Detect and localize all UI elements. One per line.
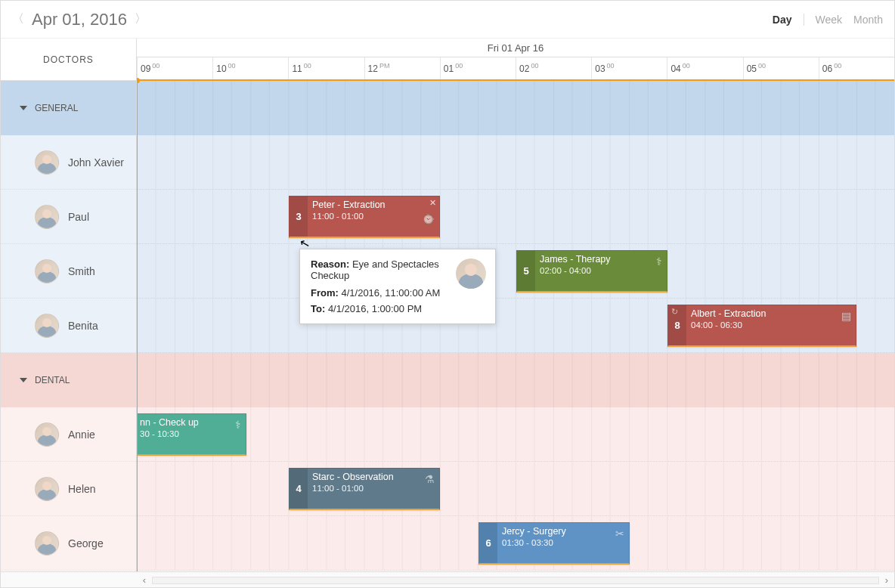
resource-name: George xyxy=(68,537,104,549)
appointment-type-icon: ⚕ xyxy=(656,255,662,268)
appointment-type-icon: ▤ xyxy=(841,310,851,322)
appointment-title: Peter - Extraction xyxy=(312,200,433,210)
appointment-time: 11:00 - 01:00 xyxy=(312,212,433,221)
current-time-line xyxy=(137,81,138,571)
main-grid: DOCTORS GENERAL John Xavier Paul Smith B… xyxy=(1,39,894,571)
view-day[interactable]: Day xyxy=(773,14,804,26)
hour-cell: 12PM xyxy=(364,57,440,79)
appointment-checkup[interactable]: nn - Check up 30 - 10:30 ⚕ xyxy=(137,413,246,456)
resource-name: Smith xyxy=(68,265,95,277)
group-header-general[interactable]: GENERAL xyxy=(1,81,136,135)
grid-row xyxy=(137,407,894,462)
view-switcher: Day Week Month xyxy=(773,14,883,26)
day-header: Fri 01 Apr 16 xyxy=(137,39,894,57)
appointment-title: James - Therapy xyxy=(540,254,661,265)
hour-cell: 0100 xyxy=(440,57,516,79)
prev-date-icon[interactable]: 〈 xyxy=(12,11,24,27)
appointment-time: 30 - 10:30 xyxy=(140,429,240,438)
time-header: Fri 01 Apr 16 0900 1000 1100 12PM 0100 0… xyxy=(137,39,894,81)
sidebar-title: DOCTORS xyxy=(1,39,136,81)
appointment-james[interactable]: 5 James - Therapy 02:00 - 04:00 ⚕ xyxy=(516,250,667,292)
resource-name: Paul xyxy=(68,211,89,223)
appointment-type-icon: ⚗ xyxy=(425,473,435,485)
tooltip-reason-label: Reason: xyxy=(311,258,349,270)
horizontal-scrollbar[interactable]: ‹ › xyxy=(1,571,894,588)
tooltip-from-label: From: xyxy=(311,287,339,299)
date-nav: 〈 Apr 01, 2016 〉 xyxy=(12,10,147,29)
avatar xyxy=(35,150,59,175)
grid-row xyxy=(137,81,894,135)
view-week[interactable]: Week xyxy=(816,14,843,26)
current-date[interactable]: Apr 01, 2016 xyxy=(32,10,127,29)
scroll-right-icon[interactable]: › xyxy=(879,574,894,586)
resource-row[interactable]: Helen xyxy=(1,462,136,516)
hour-cell: 0200 xyxy=(516,57,591,79)
next-date-icon[interactable]: 〉 xyxy=(135,11,147,27)
scroll-left-icon[interactable]: ‹ xyxy=(137,574,152,586)
appointment-time: 01:30 - 03:30 xyxy=(502,538,623,547)
appointment-badge: 5 xyxy=(517,251,535,291)
topbar: 〈 Apr 01, 2016 〉 Day Week Month xyxy=(1,1,894,39)
avatar xyxy=(35,259,59,283)
recurrence-icon: ↻ xyxy=(671,307,678,317)
appointment-badge: 4 xyxy=(290,469,308,509)
appointment-title: Albert - Extraction xyxy=(691,308,850,319)
tooltip-to: 4/1/2016, 1:00:00 PM xyxy=(328,303,422,314)
grid-body[interactable]: 3 Peter - Extraction 11:00 - 01:00 ✕ ⌚ 5… xyxy=(137,81,894,571)
avatar xyxy=(456,258,486,289)
appointment-time: 11:00 - 01:00 xyxy=(312,484,433,493)
resource-row[interactable]: Annie xyxy=(1,407,136,462)
resource-row[interactable]: Benita xyxy=(1,299,136,353)
grid-row xyxy=(137,190,894,244)
appointment-time: 04:00 - 06:30 xyxy=(691,320,850,330)
appointment-tooltip: Reason: Eye and Spectacles Checkup From:… xyxy=(299,249,496,324)
scheduler: 〈 Apr 01, 2016 〉 Day Week Month DOCTORS … xyxy=(0,0,895,588)
hour-cell: 0600 xyxy=(819,57,894,79)
scroll-track[interactable] xyxy=(152,577,879,584)
grid-row xyxy=(137,135,894,190)
grid-row xyxy=(137,462,894,516)
group-header-dental[interactable]: DENTAL xyxy=(1,353,136,407)
resource-row[interactable]: Smith xyxy=(1,244,136,299)
chevron-down-icon xyxy=(20,378,27,382)
avatar xyxy=(35,477,59,501)
appointment-time: 02:00 - 04:00 xyxy=(540,266,661,275)
resource-name: Annie xyxy=(68,429,95,441)
grid-row xyxy=(137,244,894,299)
avatar xyxy=(35,422,59,447)
hours-row: 0900 1000 1100 12PM 0100 0200 0300 0400 … xyxy=(137,57,894,79)
hour-cell: 0300 xyxy=(591,57,667,79)
appointment-badge: 3 xyxy=(290,197,308,237)
appointment-title: Jercy - Surgery xyxy=(502,526,623,537)
close-icon[interactable]: ✕ xyxy=(429,198,436,208)
appointment-albert[interactable]: 8 Albert - Extraction 04:00 - 06:30 ↻ ▤ xyxy=(667,305,856,347)
group-label: GENERAL xyxy=(35,103,78,113)
hour-cell: 1000 xyxy=(212,57,288,79)
appointment-title: Starc - Observation xyxy=(312,472,433,482)
avatar xyxy=(35,531,59,556)
hour-cell: 0900 xyxy=(137,57,212,79)
group-label: DENTAL xyxy=(35,375,70,385)
tooltip-from: 4/1/2016, 11:00:00 AM xyxy=(341,287,440,299)
resource-sidebar: DOCTORS GENERAL John Xavier Paul Smith B… xyxy=(1,39,137,571)
appointment-type-icon: ✂ xyxy=(615,528,624,540)
resource-name: Helen xyxy=(68,483,96,495)
appointment-badge: 6 xyxy=(479,523,497,563)
avatar xyxy=(35,314,59,338)
resource-row[interactable]: Paul xyxy=(1,190,136,244)
view-month[interactable]: Month xyxy=(853,14,883,26)
hour-cell: 0500 xyxy=(743,57,819,79)
appointment-type-icon: ⌚ xyxy=(422,213,435,225)
appointment-starc[interactable]: 4 Starc - Observation 11:00 - 01:00 ⚗ xyxy=(289,468,440,510)
timeline: Fri 01 Apr 16 0900 1000 1100 12PM 0100 0… xyxy=(137,39,894,571)
appointment-peter[interactable]: 3 Peter - Extraction 11:00 - 01:00 ✕ ⌚ xyxy=(289,196,440,238)
resource-row[interactable]: George xyxy=(1,516,136,571)
appointment-type-icon: ⚕ xyxy=(235,419,241,431)
appointment-jercy[interactable]: 6 Jercy - Surgery 01:30 - 03:30 ✂ xyxy=(478,522,630,565)
resource-row[interactable]: John Xavier xyxy=(1,135,136,190)
tooltip-to-label: To: xyxy=(311,303,325,314)
chevron-down-icon xyxy=(20,106,27,110)
avatar xyxy=(35,205,59,229)
grid-row xyxy=(137,353,894,407)
resource-name: John Xavier xyxy=(68,156,124,169)
